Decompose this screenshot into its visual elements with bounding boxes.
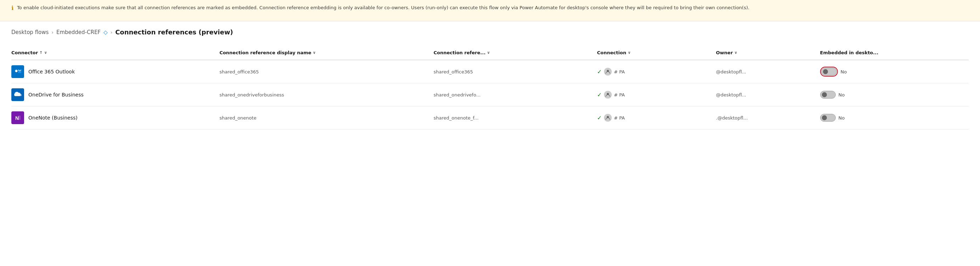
breadcrumb-sep-2: › (111, 29, 113, 35)
chevron-owner-icon: ∨ (734, 50, 738, 55)
connections-table: Connector ↑ ∨ Connection reference displ… (11, 46, 969, 129)
connection-cell-onenote: ✓ # PA (597, 114, 711, 122)
avatar-onenote (604, 114, 612, 122)
ref-onedrive: shared_onedrivefo... (433, 92, 480, 97)
col-header-embedded: Embedded in deskto... (820, 50, 879, 55)
connector-cell-outlook: Office 365 Outlook (11, 65, 214, 78)
diamond-icon: ◇ (103, 29, 108, 35)
pa-badge-outlook: # PA (614, 69, 625, 75)
connector-name-outlook: Office 365 Outlook (29, 69, 75, 75)
connector-cell-onenote: N OneNote (Business) (11, 111, 214, 124)
connector-name-onenote: OneNote (Business) (29, 115, 78, 121)
ref-onenote: shared_onenote_f... (433, 115, 479, 121)
pa-badge-onenote: # PA (614, 115, 625, 121)
toggle-container-onenote: No (820, 114, 963, 122)
avatar-onedrive (604, 91, 612, 99)
check-icon-onedrive: ✓ (597, 91, 602, 98)
toggle-highlight-border (820, 67, 838, 76)
pa-badge-onedrive: # PA (614, 92, 625, 97)
col-header-connector[interactable]: Connector ↑ ∨ (11, 50, 47, 55)
svg-rect-6 (18, 116, 21, 120)
toggle-label-outlook: No (841, 69, 847, 75)
breadcrumb-desktop-flows[interactable]: Desktop flows (11, 29, 49, 35)
toggle-container-onedrive: No (820, 91, 963, 99)
ref-outlook: shared_office365 (433, 69, 473, 75)
check-icon-onenote: ✓ (597, 115, 602, 121)
info-banner: ℹ To enable cloud-initiated executions m… (0, 0, 980, 21)
connection-onedrive: @desktopfl... (716, 92, 746, 97)
toggle-label-onenote: No (838, 115, 845, 121)
col-header-display-name[interactable]: Connection reference display name ∨ (220, 50, 316, 55)
chevron-connector-icon: ∨ (44, 50, 47, 55)
main-content: Connector ↑ ∨ Connection reference displ… (0, 39, 980, 141)
breadcrumb: Desktop flows › Embedded-CREF ◇ › Connec… (0, 21, 980, 39)
chevron-ref-icon: ∨ (487, 50, 490, 55)
col-header-ref[interactable]: Connection refere... ∨ (433, 50, 490, 55)
col-header-owner[interactable]: Owner ∨ (716, 50, 737, 55)
display-name-outlook: shared_office365 (220, 69, 259, 75)
chevron-connection-icon: ∨ (628, 50, 631, 55)
connection-cell-outlook: ✓ # PA (597, 68, 711, 76)
toggle-onenote[interactable] (820, 114, 836, 122)
check-icon-outlook: ✓ (597, 68, 602, 75)
connector-logo-onenote: N (11, 111, 24, 124)
toggle-onedrive[interactable] (820, 91, 836, 99)
col-header-connection[interactable]: Connection ∨ (597, 50, 631, 55)
breadcrumb-sep-1: › (51, 29, 54, 35)
sort-asc-icon: ↑ (39, 50, 43, 55)
chevron-displayname-icon: ∨ (313, 50, 316, 55)
avatar-outlook (604, 68, 612, 76)
connection-cell-onedrive: ✓ # PA (597, 91, 711, 99)
table-row: OneDrive for Business shared_onedrivefor… (11, 83, 969, 107)
connector-cell-onedrive: OneDrive for Business (11, 88, 214, 101)
toggle-label-onedrive: No (838, 92, 845, 97)
info-icon: ℹ (11, 5, 13, 11)
toggle-container-outlook: No (820, 67, 963, 76)
connector-logo-onedrive (11, 88, 24, 101)
breadcrumb-current-page: Connection references (preview) (115, 29, 233, 36)
breadcrumb-embedded-cref[interactable]: Embedded-CREF (56, 29, 101, 35)
toggle-outlook[interactable] (821, 68, 837, 76)
connector-name-onedrive: OneDrive for Business (29, 92, 84, 97)
banner-text: To enable cloud-initiated executions mak… (17, 4, 749, 11)
display-name-onenote: shared_onenote (220, 115, 256, 121)
connection-onenote: .@desktopfl... (716, 115, 748, 121)
display-name-onedrive: shared_onedriveforbusiness (220, 92, 284, 97)
table-row: Office 365 Outlook shared_office365 shar… (11, 60, 969, 83)
connection-outlook: @desktopfl... (716, 69, 746, 75)
connector-logo-outlook (11, 65, 24, 78)
table-row: N OneNote (Business) shared_onenote shar… (11, 107, 969, 129)
